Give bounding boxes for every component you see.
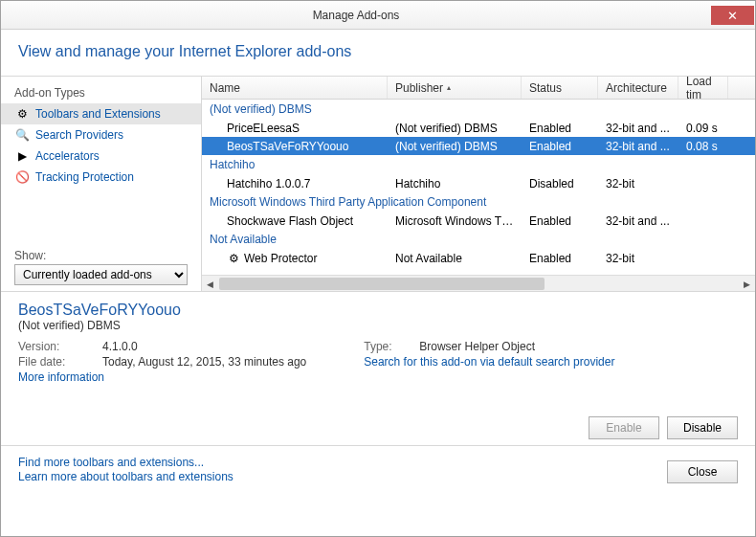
search-addon-link[interactable]: Search for this add-on via default searc…: [364, 355, 614, 369]
table-cell: ⚙Web Protector: [202, 252, 388, 265]
table-group[interactable]: Microsoft Windows Third Party Applicatio…: [202, 192, 755, 212]
block-icon: 🚫: [14, 169, 30, 185]
filedate-label: File date:: [18, 355, 95, 369]
selected-addon-publisher: (Not verified) DBMS: [18, 319, 738, 332]
table-cell: Enabled: [522, 252, 598, 265]
table-cell: 32-bit: [598, 177, 678, 190]
version-value: 4.1.0.0: [102, 340, 138, 353]
learn-more-link[interactable]: Learn more about toolbars and extensions: [18, 470, 233, 483]
sidebar-item-accelerators[interactable]: ▶ Accelerators: [1, 145, 201, 167]
scroll-right-icon[interactable]: ▶: [739, 276, 755, 291]
table-cell: Disabled: [522, 177, 598, 190]
table-cell: Microsoft Windows Thir...: [388, 214, 522, 228]
sidebar-item-tracking-protection[interactable]: 🚫 Tracking Protection: [1, 167, 201, 188]
titlebar: Manage Add-ons ✕: [1, 1, 755, 30]
table-cell: Enabled: [522, 140, 598, 153]
more-information-link[interactable]: More information: [18, 370, 306, 384]
scroll-left-icon[interactable]: ◀: [202, 276, 218, 291]
type-label: Type:: [364, 340, 411, 353]
table-cell: Hatchiho 1.0.0.7: [202, 177, 388, 190]
table-row[interactable]: PriceELeesaS(Not verified) DBMSEnabled32…: [202, 119, 755, 137]
addons-table: Name Publisher▴ Status Architecture Load…: [202, 77, 755, 291]
table-cell: 32-bit and ...: [598, 140, 678, 153]
sort-caret-icon: ▴: [447, 83, 451, 92]
disable-button[interactable]: Disable: [667, 416, 738, 439]
filedate-value: Today, ‎August ‎12, ‎2015, 33 minutes ag…: [102, 355, 306, 369]
header: View and manage your Internet Explorer a…: [1, 30, 755, 77]
table-row[interactable]: Shockwave Flash ObjectMicrosoft Windows …: [202, 212, 755, 230]
table-cell: PriceELeesaS: [202, 122, 388, 135]
sidebar: Add-on Types ⚙ Toolbars and Extensions 🔍…: [1, 77, 202, 291]
table-cell: 0.08 s: [678, 140, 728, 153]
version-label: Version:: [18, 340, 95, 353]
page-title: View and manage your Internet Explorer a…: [18, 43, 738, 60]
table-row[interactable]: ⚙Web ProtectorNot AvailableEnabled32-bit: [202, 249, 755, 267]
table-cell: Enabled: [522, 122, 598, 135]
table-cell: Shockwave Flash Object: [202, 214, 388, 228]
col-architecture[interactable]: Architecture: [598, 77, 678, 99]
sidebar-item-label: Toolbars and Extensions: [35, 107, 161, 121]
sidebar-heading: Add-on Types: [1, 86, 201, 103]
table-cell: Hatchiho: [388, 177, 522, 190]
table-group[interactable]: Hatchiho: [202, 155, 755, 174]
table-cell: 32-bit: [598, 252, 678, 265]
sidebar-item-search-providers[interactable]: 🔍 Search Providers: [1, 124, 201, 145]
table-cell: (Not verified) DBMS: [388, 140, 522, 153]
search-icon: 🔍: [14, 127, 30, 143]
window-title: Manage Add-ons: [1, 9, 711, 22]
type-value: Browser Helper Object: [419, 340, 535, 353]
table-group[interactable]: (Not verified) DBMS: [202, 100, 755, 119]
accelerator-icon: ▶: [14, 148, 30, 164]
selected-addon-name: BeosTSaVeFoRYYoouo: [18, 302, 738, 319]
show-label: Show:: [14, 249, 188, 262]
table-cell: 32-bit and ...: [598, 214, 678, 228]
col-publisher[interactable]: Publisher▴: [388, 77, 522, 99]
table-row[interactable]: BeosTSaVeFoRYYoouo(Not verified) DBMSEna…: [202, 137, 755, 155]
table-group[interactable]: Not Available: [202, 230, 755, 249]
details-pane: BeosTSaVeFoRYYoouo (Not verified) DBMS V…: [1, 292, 755, 416]
table-cell: Not Available: [388, 252, 522, 265]
scroll-thumb[interactable]: [219, 278, 545, 290]
window-close-button[interactable]: ✕: [711, 6, 754, 25]
close-button[interactable]: Close: [667, 460, 738, 483]
sidebar-item-label: Search Providers: [35, 128, 123, 142]
enable-button[interactable]: Enable: [589, 416, 659, 439]
sidebar-item-label: Accelerators: [35, 149, 100, 163]
sidebar-item-toolbars[interactable]: ⚙ Toolbars and Extensions: [1, 103, 201, 124]
show-dropdown[interactable]: Currently loaded add-ons: [14, 264, 188, 285]
col-load-time[interactable]: Load tim: [678, 77, 728, 99]
table-cell: (Not verified) DBMS: [388, 122, 522, 135]
table-cell: BeosTSaVeFoRYYoouo: [202, 140, 388, 153]
col-name[interactable]: Name: [202, 77, 388, 99]
table-header: Name Publisher▴ Status Architecture Load…: [202, 77, 755, 100]
table-row[interactable]: Hatchiho 1.0.0.7HatchihoDisabled32-bit: [202, 174, 755, 192]
sidebar-item-label: Tracking Protection: [35, 170, 134, 184]
table-cell: Enabled: [522, 214, 598, 228]
find-more-link[interactable]: Find more toolbars and extensions...: [18, 456, 233, 469]
table-cell: 32-bit and ...: [598, 122, 678, 135]
gear-icon: ⚙: [14, 106, 30, 122]
addon-icon: ⚙: [227, 252, 240, 265]
horizontal-scrollbar[interactable]: ◀ ▶: [202, 275, 755, 291]
table-cell: 0.09 s: [678, 122, 728, 135]
col-status[interactable]: Status: [522, 77, 598, 99]
